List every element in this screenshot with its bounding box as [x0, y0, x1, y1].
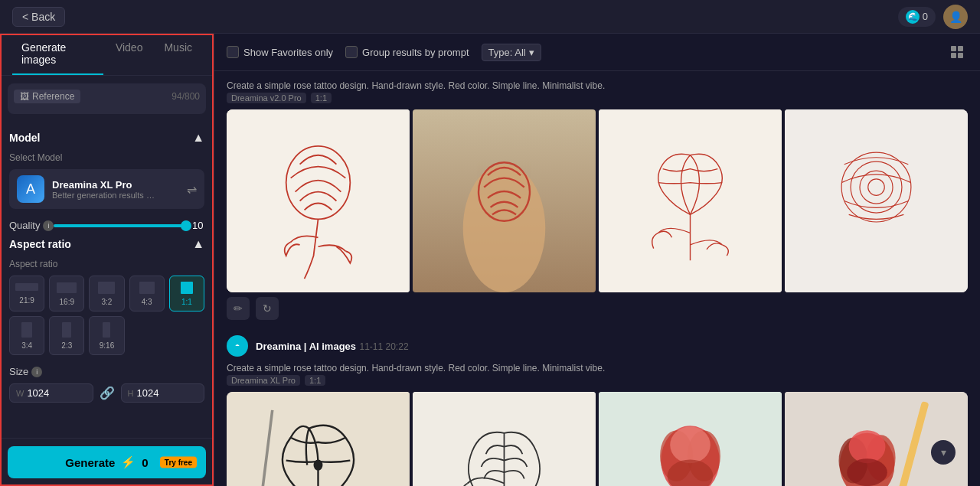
- gen2-meta: Dreamina | AI images 11-11 20:22: [256, 339, 968, 353]
- link-icon[interactable]: 🔗: [100, 386, 115, 400]
- gen1-image-1[interactable]: [227, 109, 410, 292]
- aspect-1-1[interactable]: 1:1: [169, 276, 204, 311]
- reference-button[interactable]: 🖼 Reference: [14, 90, 80, 103]
- height-input-group: H 1024: [121, 383, 205, 403]
- gen1-image-2[interactable]: [413, 109, 596, 292]
- svg-point-26: [314, 459, 323, 470]
- generate-icon: ⚡: [121, 455, 136, 469]
- aspect-1-1-icon: [180, 281, 194, 295]
- group-checkbox[interactable]: [345, 46, 358, 58]
- gen2-model-tag: Dreamina XL Pro: [227, 375, 300, 386]
- main-layout: Generate images Video Music 🖼 Reference …: [0, 34, 980, 486]
- gen1-actions: ✏ ↻: [227, 297, 968, 320]
- favorites-checkbox[interactable]: [227, 46, 239, 58]
- aspect-2-3[interactable]: 2:3: [49, 316, 84, 355]
- svg-rect-3: [139, 282, 155, 294]
- slider-container: 10: [54, 220, 204, 231]
- width-label: W: [16, 389, 24, 398]
- gen2-image-1[interactable]: [227, 392, 410, 486]
- model-name: Dreamina XL Pro: [52, 179, 179, 191]
- aspect-3-4[interactable]: 3:4: [9, 316, 44, 355]
- gen2-tags: Dreamina XL Pro 1:1: [227, 375, 968, 386]
- model-settings-icon[interactable]: ⇌: [187, 182, 197, 197]
- aspect-3-4-icon: [21, 321, 33, 338]
- model-desc: Better generation results with profes...: [52, 191, 159, 200]
- model-selector[interactable]: A Dreamina XL Pro Better generation resu…: [9, 169, 204, 209]
- quality-info-icon[interactable]: i: [43, 220, 54, 231]
- svg-rect-8: [951, 46, 956, 51]
- width-value[interactable]: 1024: [27, 387, 86, 399]
- user-avatar[interactable]: 👤: [943, 5, 968, 29]
- gen2-header: Dreamina | AI images 11-11 20:22: [227, 335, 968, 357]
- aspect-collapse-icon[interactable]: ▲: [192, 237, 204, 251]
- gen1-edit-button[interactable]: ✏: [227, 297, 250, 320]
- panel-content: Model ▲ Select Model A Dreamina XL Pro B…: [0, 122, 214, 438]
- size-info-icon[interactable]: i: [31, 367, 42, 377]
- quality-label: Quality i: [9, 220, 54, 231]
- group-label: Group results by prompt: [362, 47, 469, 58]
- aspect-ratio-title: Aspect ratio: [9, 238, 71, 250]
- svg-rect-0: [15, 283, 38, 291]
- gen1-header: Create a simple rose tattoo design. Hand…: [227, 80, 968, 103]
- svg-rect-9: [958, 46, 963, 51]
- model-section-header: Model ▲: [9, 131, 204, 145]
- svg-rect-17: [599, 109, 782, 292]
- top-nav: < Back 🌊 0 👤: [0, 0, 980, 34]
- credits-icon: 🌊: [906, 10, 920, 24]
- svg-rect-2: [98, 282, 115, 294]
- aspect-16-9[interactable]: 16:9: [49, 276, 84, 311]
- model-info: Dreamina XL Pro Better generation result…: [52, 179, 179, 200]
- size-row: W 1024 🔗 H 1024: [9, 383, 204, 403]
- svg-point-42: [847, 458, 887, 486]
- quality-value: 10: [192, 220, 204, 231]
- gen1-image-4[interactable]: [785, 109, 968, 292]
- gen1-retry-button[interactable]: ↻: [256, 297, 279, 320]
- model-icon: A: [17, 175, 44, 203]
- chevron-down-icon: ▾: [529, 47, 534, 58]
- type-label: Type: All: [488, 47, 526, 58]
- left-panel: Generate images Video Music 🖼 Reference …: [0, 34, 214, 486]
- gen2-time: 11-11 20:22: [360, 341, 409, 352]
- gen1-model-tag: Dreamina v2.0 Pro: [227, 93, 306, 103]
- ref-label: Reference: [32, 91, 74, 102]
- model-collapse-icon[interactable]: ▲: [192, 131, 204, 145]
- prompt-toolbar: 🖼 Reference 94/800: [14, 90, 200, 103]
- gen2-image-2[interactable]: [413, 392, 596, 486]
- tab-music[interactable]: Music: [155, 34, 201, 75]
- gen1-prompt: Create a simple rose tattoo design. Hand…: [227, 80, 968, 91]
- aspect-21-9[interactable]: 21:9: [9, 276, 44, 311]
- tab-generate-images[interactable]: Generate images: [12, 34, 103, 75]
- favorites-filter[interactable]: Show Favorites only: [227, 46, 333, 58]
- credits-badge: 🌊 0: [898, 7, 936, 27]
- svg-rect-11: [958, 53, 963, 58]
- aspect-4-3-icon: [139, 281, 155, 295]
- tab-video[interactable]: Video: [106, 34, 152, 75]
- select-model-label: Select Model: [9, 152, 204, 163]
- generate-label: Generate: [65, 456, 115, 469]
- quality-row: Quality i 10: [9, 220, 204, 231]
- gen1-ratio-tag: 1:1: [311, 93, 332, 103]
- gen2-image-4[interactable]: [785, 392, 968, 486]
- generate-button[interactable]: Generate ⚡ 0 Try free: [8, 446, 206, 478]
- group-filter[interactable]: Group results by prompt: [345, 46, 469, 58]
- aspect-9-16[interactable]: 9:16: [89, 316, 124, 355]
- quality-slider[interactable]: [54, 224, 186, 227]
- svg-rect-4: [181, 282, 193, 294]
- svg-rect-12: [227, 109, 410, 292]
- height-value[interactable]: 1024: [136, 387, 198, 399]
- gen2-image-grid: [227, 392, 968, 486]
- aspect-2-3-icon: [61, 321, 72, 338]
- nav-right: 🌊 0 👤: [898, 5, 968, 29]
- back-button[interactable]: < Back: [12, 7, 65, 27]
- grid-view-icon[interactable]: [946, 41, 968, 63]
- scroll-down-button[interactable]: ▾: [931, 440, 956, 465]
- svg-point-15: [463, 165, 546, 292]
- aspect-3-2[interactable]: 3:2: [89, 276, 124, 311]
- aspect-4-3[interactable]: 4:3: [129, 276, 165, 311]
- gen2-image-3[interactable]: [599, 392, 782, 486]
- prompt-box[interactable]: 🖼 Reference 94/800: [8, 83, 206, 114]
- aspect-ratio-section: Aspect ratio ▲ Aspect ratio 21:9 16:9: [9, 237, 204, 355]
- type-select[interactable]: Type: All ▾: [482, 44, 541, 61]
- height-label: H: [128, 389, 134, 398]
- gen1-image-3[interactable]: [599, 109, 782, 292]
